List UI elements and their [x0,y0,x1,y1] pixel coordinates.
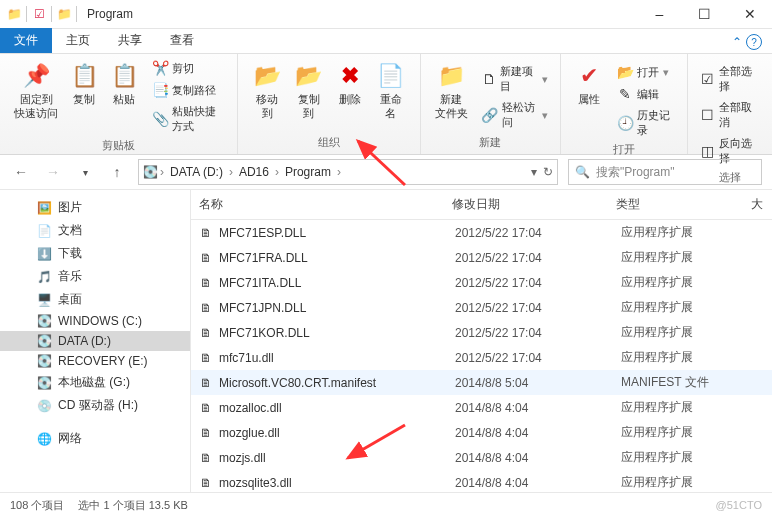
file-list: 名称 修改日期 类型 大 🗎MFC71ESP.DLL2012/5/22 17:0… [191,190,772,492]
minimize-button[interactable]: – [637,0,682,28]
new-folder-button[interactable]: 📁新建 文件夹 [429,58,474,133]
copy-to-button[interactable]: 📂复制到 [288,58,330,133]
delete-icon: ✖ [336,62,364,90]
breadcrumb[interactable]: 💽› DATA (D:)› AD16› Program› ▾ ↻ [138,159,558,185]
maximize-button[interactable]: ☐ [682,0,727,28]
file-date: 2014/8/8 4:04 [447,449,613,467]
file-type: MANIFEST 文件 [613,372,749,393]
crumb-0[interactable]: DATA (D:) [166,165,227,179]
properties-button[interactable]: ✔属性 [569,58,609,140]
folder-icon: 📁 [6,6,22,22]
file-row[interactable]: 🗎mozglue.dll2014/8/8 4:04应用程序扩展 [191,420,772,445]
col-name[interactable]: 名称 [191,190,444,219]
tree-item[interactable]: 🎵音乐 [0,265,190,288]
tree-item[interactable]: 🌐网络 [0,427,190,450]
tab-share[interactable]: 共享 [104,28,156,53]
rename-button[interactable]: 📄重命名 [370,58,412,133]
move-to-button[interactable]: 📂移动到 [246,58,288,133]
tree-item[interactable]: 📄文档 [0,219,190,242]
file-date: 2012/5/22 17:04 [447,349,613,367]
col-size[interactable]: 大 [743,190,772,219]
file-name: mozjs.dll [219,451,266,465]
crumb-2[interactable]: Program [281,165,335,179]
file-row[interactable]: 🗎MFC71JPN.DLL2012/5/22 17:04应用程序扩展 [191,295,772,320]
select-all-button[interactable]: ☑全部选择 [696,62,764,96]
tree-item[interactable]: 💽本地磁盘 (G:) [0,371,190,394]
edit-button[interactable]: ✎编辑 [613,84,679,104]
crumb-dd-icon[interactable]: ▾ [531,165,537,179]
file-type: 应用程序扩展 [613,272,749,293]
copy-path-button[interactable]: 📑复制路径 [148,80,229,100]
back-button[interactable]: ← [10,161,32,183]
file-icon: 🗎 [199,326,213,340]
column-headers[interactable]: 名称 修改日期 类型 大 [191,190,772,220]
copy-button[interactable]: 📋复制 [64,58,104,136]
file-row[interactable]: 🗎MFC71KOR.DLL2012/5/22 17:04应用程序扩展 [191,320,772,345]
tab-file[interactable]: 文件 [0,28,52,53]
rename-icon: 📄 [377,62,405,90]
select-none-button[interactable]: ☐全部取消 [696,98,764,132]
help-icon[interactable]: ? [746,34,762,50]
tree-item[interactable]: ⬇️下载 [0,242,190,265]
file-row[interactable]: 🗎MFC71FRA.DLL2012/5/22 17:04应用程序扩展 [191,245,772,270]
group-organize: 组织 [246,133,411,154]
props-icon: ✔ [575,62,603,90]
paste-shortcut-button[interactable]: 📎粘贴快捷方式 [148,102,229,136]
tree-label: 音乐 [58,268,82,285]
nav-tree[interactable]: 🖼️图片📄文档⬇️下载🎵音乐🖥️桌面💽WINDOWS (C:)💽DATA (D:… [0,190,191,492]
col-date[interactable]: 修改日期 [444,190,608,219]
tree-item[interactable]: 💽WINDOWS (C:) [0,311,190,331]
file-name: MFC71FRA.DLL [219,251,308,265]
file-row[interactable]: 🗎mozjs.dll2014/8/8 4:04应用程序扩展 [191,445,772,470]
history-button[interactable]: 🕘历史记录 [613,106,679,140]
delete-button[interactable]: ✖删除 [330,58,370,133]
tree-icon: 💽 [36,376,52,390]
file-type: 应用程序扩展 [613,397,749,418]
new-item-button[interactable]: 🗋新建项目▾ [478,62,553,96]
tree-label: 本地磁盘 (G:) [58,374,130,391]
tree-item[interactable]: 🖥️桌面 [0,288,190,311]
crumb-1[interactable]: AD16 [235,165,273,179]
tree-item[interactable]: 💽DATA (D:) [0,331,190,351]
scissors-icon: ✂️ [152,60,168,76]
paste-button[interactable]: 📋粘贴 [104,58,144,136]
close-button[interactable]: ✕ [727,0,772,28]
file-icon: 🗎 [199,451,213,465]
file-row[interactable]: 🗎MFC71ITA.DLL2012/5/22 17:04应用程序扩展 [191,270,772,295]
tree-item[interactable]: 💿CD 驱动器 (H:) [0,394,190,417]
open-button[interactable]: 📂打开▾ [613,62,679,82]
search-input[interactable]: 🔍 搜索"Program" [568,159,762,185]
tree-icon: 📄 [36,224,52,238]
file-row[interactable]: 🗎mozalloc.dll2014/8/8 4:04应用程序扩展 [191,395,772,420]
file-name: mozglue.dll [219,426,280,440]
file-icon: 🗎 [199,226,213,240]
address-bar: ← → ▾ ↑ 💽› DATA (D:)› AD16› Program› ▾ ↻… [0,155,772,190]
up-button[interactable]: ↑ [106,161,128,183]
file-type: 应用程序扩展 [613,422,749,443]
file-icon: 🗎 [199,251,213,265]
tab-view[interactable]: 查看 [156,28,208,53]
tree-item[interactable]: 💽RECOVERY (E:) [0,351,190,371]
file-row[interactable]: 🗎Microsoft.VC80.CRT.manifest2014/8/8 5:0… [191,370,772,395]
file-date: 2012/5/22 17:04 [447,274,613,292]
tab-home[interactable]: 主页 [52,28,104,53]
file-row[interactable]: 🗎mfc71u.dll2012/5/22 17:04应用程序扩展 [191,345,772,370]
refresh-button[interactable]: ↻ [543,165,553,179]
easy-access-button[interactable]: 🔗轻松访问▾ [478,98,553,132]
status-count: 108 个项目 [10,498,64,513]
quick-check-icon[interactable]: ☑ [31,6,47,22]
tree-item[interactable]: 🖼️图片 [0,196,190,219]
copyto-icon: 📂 [295,62,323,90]
file-row[interactable]: 🗎MFC71ESP.DLL2012/5/22 17:04应用程序扩展 [191,220,772,245]
cut-button[interactable]: ✂️剪切 [148,58,229,78]
col-type[interactable]: 类型 [608,190,743,219]
quick-folder-icon[interactable]: 📁 [56,6,72,22]
ribbon-toggle[interactable]: ⌃? [722,31,772,53]
pin-button[interactable]: 📌固定到 快速访问 [8,58,64,136]
file-date: 2014/8/8 5:04 [447,374,613,392]
recent-button[interactable]: ▾ [74,161,96,183]
file-row[interactable]: 🗎mozsqlite3.dll2014/8/8 4:04应用程序扩展 [191,470,772,492]
file-icon: 🗎 [199,376,213,390]
forward-button[interactable]: → [42,161,64,183]
tree-icon: 🖼️ [36,201,52,215]
